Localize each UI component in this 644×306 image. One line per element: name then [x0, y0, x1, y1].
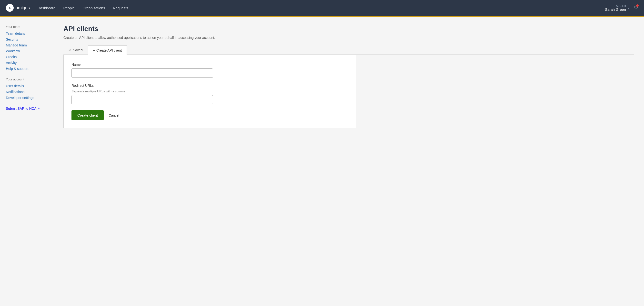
chevron-down-icon: ⌄ [628, 6, 630, 10]
tab-create-label: Create API client [96, 48, 122, 52]
redirect-urls-input[interactable] [72, 95, 213, 104]
tabs-bar: ⇄ Saved + Create API client [64, 46, 634, 55]
transfer-icon: ⇄ [68, 48, 72, 52]
nav-people[interactable]: People [63, 6, 75, 10]
tab-saved[interactable]: ⇄ Saved [64, 46, 88, 55]
sidebar-item-notifications: Notifications [6, 90, 48, 94]
your-account-section-title: Your account [6, 77, 48, 81]
form-actions: Create client Cancel [72, 110, 348, 120]
nav-dashboard[interactable]: Dashboard [38, 6, 55, 10]
submit-sar-link[interactable]: Submit SAR to NCA ↗ [6, 107, 48, 110]
tab-create-api-client[interactable]: + Create API client [88, 46, 127, 55]
activity-link[interactable]: Activity [6, 61, 16, 65]
navbar: a amiqus Dashboard People Organisations … [0, 0, 644, 16]
your-team-nav: Team details Security Manage team Workfl… [6, 32, 48, 71]
logo-icon: a [6, 4, 14, 12]
navbar-right: ABC Ltd Sarah Green ⌄ ♡ [605, 5, 638, 12]
security-link[interactable]: Security [6, 37, 18, 41]
cancel-button[interactable]: Cancel [108, 113, 119, 117]
sidebar-item-team-details: Team details [6, 32, 48, 36]
external-links: Submit SAR to NCA ↗ [6, 107, 48, 110]
your-account-nav: User details Notifications Developer set… [6, 84, 48, 100]
brand-name: amiqus [16, 5, 30, 11]
tab-saved-label: Saved [73, 48, 83, 52]
redirect-urls-label: Redirect URLs [72, 84, 348, 87]
notifications-link[interactable]: Notifications [6, 90, 24, 94]
sidebar-item-workflow: Workflow [6, 49, 48, 53]
redirect-urls-hint: Separate multiple URLs with a comma. [72, 89, 348, 93]
page-description: Create an API client to allow authorised… [64, 36, 634, 40]
sidebar-item-developer-settings: Developer settings [6, 96, 48, 100]
brand[interactable]: a amiqus [6, 4, 30, 12]
page-title: API clients [64, 25, 634, 33]
developer-settings-link[interactable]: Developer settings [6, 96, 34, 100]
main-content: API clients Create an API client to allo… [54, 17, 644, 306]
main-nav: Dashboard People Organisations Requests [38, 6, 605, 10]
sidebar-item-credits: Credits [6, 55, 48, 59]
name-field-group: Name [72, 63, 348, 78]
help-support-link[interactable]: Help & support [6, 67, 28, 71]
sidebar-item-help: Help & support [6, 67, 48, 71]
sidebar-item-security: Security [6, 37, 48, 41]
team-details-link[interactable]: Team details [6, 32, 25, 36]
user-name: Sarah Green [605, 7, 626, 12]
redirect-urls-field-group: Redirect URLs Separate multiple URLs wit… [72, 84, 348, 104]
workflow-link[interactable]: Workflow [6, 49, 20, 53]
notification-dot [636, 5, 639, 7]
create-client-button[interactable]: Create client [72, 110, 104, 120]
form-card: Name Redirect URLs Separate multiple URL… [64, 55, 356, 128]
manage-team-link[interactable]: Manage team [6, 43, 27, 47]
user-info: ABC Ltd Sarah Green [605, 5, 626, 12]
notifications-bell[interactable]: ♡ [634, 5, 638, 11]
user-company: ABC Ltd [605, 5, 626, 7]
your-team-section-title: Your team [6, 25, 48, 29]
nav-requests[interactable]: Requests [113, 6, 128, 10]
page-layout: Your team Team details Security Manage t… [0, 17, 644, 306]
credits-link[interactable]: Credits [6, 55, 16, 59]
external-link-icon: ↗ [37, 107, 40, 110]
sidebar: Your team Team details Security Manage t… [0, 17, 54, 306]
plus-icon: + [93, 48, 95, 52]
name-input[interactable] [72, 68, 213, 78]
user-menu[interactable]: ABC Ltd Sarah Green ⌄ [605, 5, 630, 12]
sidebar-item-activity: Activity [6, 61, 48, 65]
submit-sar-label: Submit SAR to NCA [6, 107, 36, 110]
svg-text:a: a [9, 6, 11, 9]
sidebar-item-user-details: User details [6, 84, 48, 88]
nav-organisations[interactable]: Organisations [82, 6, 105, 10]
sidebar-item-manage-team: Manage team [6, 43, 48, 47]
user-details-link[interactable]: User details [6, 84, 24, 88]
name-label: Name [72, 63, 348, 66]
